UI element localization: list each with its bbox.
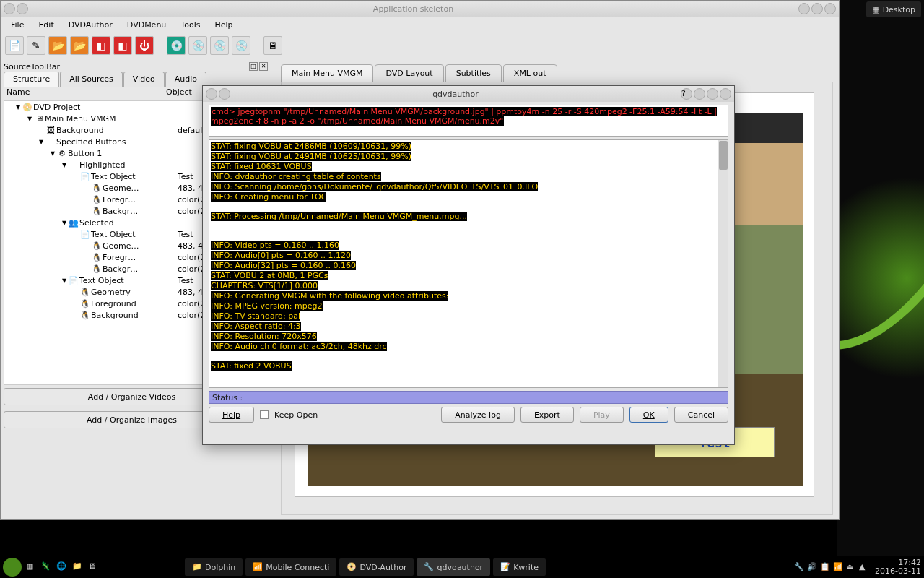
- tool-power[interactable]: ⏻: [135, 36, 154, 55]
- status-label: Status :: [212, 393, 243, 402]
- dialog-maximize-button[interactable]: [707, 88, 718, 100]
- tree-header-object[interactable]: Object: [166, 87, 192, 100]
- menu-edit[interactable]: Edit: [32, 19, 59, 31]
- main-toolbar: 📄 ✎ 📂 📂 ◧ ◧ ⏻ 💿 💿 💿 💿 🖥: [1, 33, 839, 59]
- main-window-title: Application skeleton: [28, 4, 798, 14]
- minimize-button[interactable]: [798, 3, 810, 14]
- menu-help[interactable]: Help: [209, 19, 238, 31]
- tool-disc2[interactable]: 💿: [188, 36, 207, 55]
- tray-icon[interactable]: 📋: [820, 562, 830, 572]
- taskbar-task[interactable]: 📶Mobile Connecti: [245, 558, 336, 576]
- cancel-button[interactable]: Cancel: [674, 407, 728, 423]
- source-toolbar-label: SourceToolBar: [4, 62, 60, 72]
- play-button[interactable]: Play: [580, 407, 624, 423]
- launcher-1[interactable]: 🦎: [40, 561, 52, 573]
- status-bar: Status :: [209, 391, 728, 404]
- help-button[interactable]: Help: [209, 407, 254, 423]
- log-line: INFO: Resolution: 720x576: [211, 332, 317, 341]
- menu-dvdmenu[interactable]: DVDMenu: [121, 19, 172, 31]
- dialog-button-row: Help Keep Open Analyze log Export Play O…: [209, 407, 728, 423]
- log-line: INFO: TV standard: pal: [211, 311, 300, 321]
- tool-new[interactable]: 📄: [5, 36, 24, 55]
- tray-icon[interactable]: 🔧: [794, 562, 804, 572]
- menubar: File Edit DVDAuthor DVDMenu Tools Help: [1, 17, 839, 33]
- tray-icon[interactable]: 📶: [833, 562, 843, 572]
- dialog-titlebar: qdvdauthor ?: [203, 86, 734, 102]
- desktop-widget[interactable]: ▦ Desktop: [866, 1, 921, 17]
- tool-disc3[interactable]: 💿: [210, 36, 229, 55]
- log-line: INFO: Audio[0] pts = 0.160 .. 1.120: [211, 251, 351, 260]
- taskbar-task[interactable]: 📀DVD-Author: [339, 558, 414, 576]
- desktop-background: [837, 0, 924, 556]
- qdvdauthor-dialog: qdvdauthor ? cmd> jpegtopnm "/tmp/Unname…: [202, 85, 735, 445]
- log-line: INFO: Audio ch 0 format: ac3/2ch, 48khz …: [211, 342, 387, 351]
- log-line: STAT: fixing VOBU at 2491MB (10625/10631…: [211, 152, 411, 161]
- close-button[interactable]: [824, 3, 836, 14]
- log-line: CHAPTERS: VTS[1/1] 0.000: [211, 281, 318, 290]
- taskbar-task[interactable]: 🔧qdvdauthor: [417, 558, 490, 576]
- main-titlebar: Application skeleton: [1, 1, 839, 17]
- tool-disc4[interactable]: 💿: [232, 36, 250, 55]
- taskbar-task[interactable]: 📝Kwrite: [493, 558, 546, 576]
- launcher-4[interactable]: 🖥: [88, 561, 100, 573]
- tool-folder1[interactable]: 📂: [48, 36, 67, 55]
- menu-tools[interactable]: Tools: [175, 19, 206, 31]
- log-line: INFO: MPEG version: mpeg2: [211, 301, 323, 311]
- right-tab-subtitles[interactable]: Subtitles: [445, 64, 502, 82]
- dialog-pin-button[interactable]: [219, 88, 230, 100]
- panel-close-button[interactable]: ✕: [259, 62, 268, 71]
- log-scrollbar[interactable]: [718, 140, 728, 387]
- log-line: STAT: VOBU 2 at 0MB, 1 PGCs: [211, 271, 328, 280]
- right-tab-dvd-layout[interactable]: DVD Layout: [375, 64, 443, 82]
- window-pin-button[interactable]: [17, 3, 28, 14]
- log-line: INFO: Audio[32] pts = 0.160 .. 0.160: [211, 261, 356, 270]
- launcher-2[interactable]: 🌐: [56, 561, 68, 573]
- log-line: STAT: fixing VOBU at 2486MB (10609/10631…: [211, 142, 411, 151]
- keep-open-checkbox[interactable]: [260, 410, 269, 419]
- desktop-widget-label: Desktop: [883, 5, 915, 14]
- tab-video[interactable]: Video: [123, 72, 165, 87]
- ok-button[interactable]: OK: [629, 407, 668, 423]
- tree-header-name[interactable]: Name: [4, 87, 166, 100]
- dialog-minimize-button[interactable]: [694, 88, 705, 100]
- right-tabs: Main Menu VMGM DVD Layout Subtitles XML …: [281, 64, 559, 82]
- log-line: INFO: Video pts = 0.160 .. 1.160: [211, 241, 339, 250]
- dialog-menu-button[interactable]: [206, 88, 217, 100]
- tab-structure[interactable]: Structure: [4, 72, 59, 87]
- panel-undock-button[interactable]: ◫: [249, 62, 258, 71]
- dialog-close-button[interactable]: [720, 88, 731, 100]
- menu-file[interactable]: File: [5, 19, 30, 31]
- taskbar-task[interactable]: 📁Dolphin: [185, 558, 243, 576]
- tray-expand[interactable]: ▲: [859, 562, 869, 572]
- command-box[interactable]: cmd> jpegtopnm "/tmp/Unnamed/Main Menu V…: [209, 105, 728, 137]
- log-output[interactable]: STAT: fixing VOBU at 2486MB (10609/10631…: [209, 139, 728, 388]
- tool-edit[interactable]: ✎: [27, 36, 45, 55]
- tray-icon[interactable]: ⏏: [846, 562, 856, 572]
- tray-icon[interactable]: 🔊: [807, 562, 817, 572]
- dialog-help-button[interactable]: ?: [681, 88, 692, 100]
- tool-disc1[interactable]: 💿: [167, 36, 186, 55]
- right-tab-xml-out[interactable]: XML out: [503, 64, 557, 82]
- right-tab-main-menu[interactable]: Main Menu VMGM: [281, 64, 373, 82]
- log-line: STAT: fixed 10631 VOBUS: [211, 162, 312, 171]
- log-line: INFO: Scanning /home/gons/Dokumente/_qdv…: [211, 182, 538, 191]
- log-line: INFO: dvdauthor creating table of conten…: [211, 172, 381, 181]
- pager[interactable]: ▦: [26, 561, 38, 573]
- tool-logo1[interactable]: ◧: [92, 36, 110, 55]
- menu-dvdauthor[interactable]: DVDAuthor: [63, 19, 118, 31]
- start-button[interactable]: [3, 558, 22, 577]
- analyze-log-button[interactable]: Analyze log: [441, 407, 515, 423]
- tab-audio[interactable]: Audio: [165, 72, 206, 87]
- tool-logo2[interactable]: ◧: [113, 36, 132, 55]
- launcher-3[interactable]: 📁: [72, 561, 84, 573]
- export-button[interactable]: Export: [520, 407, 574, 423]
- tool-monitor[interactable]: 🖥: [263, 36, 282, 55]
- tool-folder2[interactable]: 📂: [70, 36, 89, 55]
- taskbar-clock[interactable]: 17:42 2016-03-11: [872, 558, 924, 576]
- desktop-icon: ▦: [872, 5, 879, 14]
- log-line: INFO: Creating menu for TOC: [211, 192, 326, 202]
- window-menu-button[interactable]: [4, 3, 15, 14]
- maximize-button[interactable]: [811, 3, 823, 14]
- log-line: STAT: fixed 2 VOBUS: [211, 361, 292, 371]
- tab-all-sources[interactable]: All Sources: [60, 72, 123, 87]
